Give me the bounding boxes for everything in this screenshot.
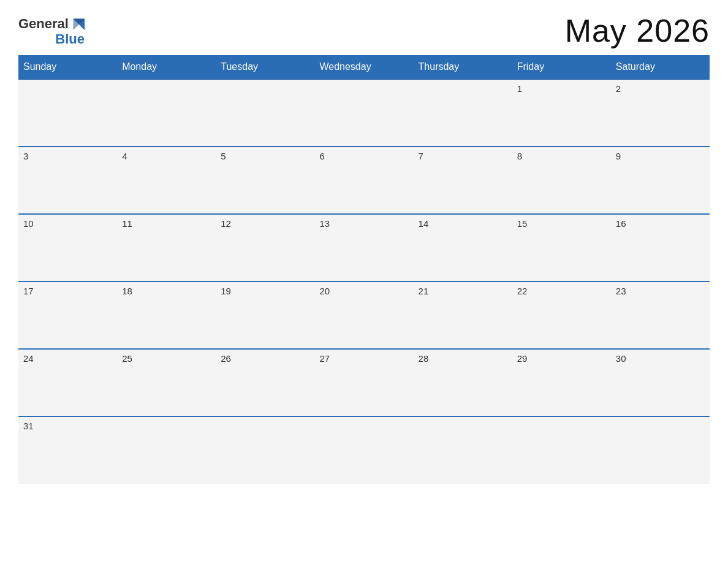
- day-number: 12: [221, 218, 231, 229]
- day-number: 29: [517, 353, 528, 364]
- calendar-day-1: 1: [512, 79, 611, 147]
- calendar-day-25: 25: [117, 349, 216, 416]
- calendar-day-13: 13: [314, 214, 413, 282]
- calendar-day-empty: [18, 79, 117, 147]
- day-number: 1: [517, 83, 522, 94]
- calendar-day-17: 17: [18, 282, 117, 349]
- calendar-day-3: 3: [18, 147, 117, 214]
- weekday-header-sunday: Sunday: [18, 55, 117, 79]
- day-number: 20: [319, 286, 330, 296]
- weekday-header-row: SundayMondayTuesdayWednesdayThursdayFrid…: [18, 55, 710, 79]
- day-number: 16: [616, 218, 626, 229]
- weekday-header-saturday: Saturday: [611, 55, 710, 79]
- day-number: 23: [616, 286, 626, 296]
- day-number: 31: [23, 421, 34, 431]
- weekday-header-thursday: Thursday: [414, 55, 512, 79]
- day-number: 27: [319, 353, 330, 364]
- page-header: General Blue May 2026: [18, 12, 710, 49]
- calendar-week-row: 10111213141516: [18, 214, 710, 282]
- day-number: 7: [419, 151, 423, 161]
- calendar-day-31: 31: [18, 416, 117, 484]
- calendar-day-4: 4: [117, 147, 216, 214]
- calendar-week-row: 31: [18, 416, 710, 484]
- calendar-day-8: 8: [512, 147, 611, 214]
- calendar-day-empty: [314, 416, 413, 484]
- calendar-day-27: 27: [314, 349, 413, 416]
- calendar-day-10: 10: [18, 214, 117, 282]
- calendar-day-20: 20: [314, 282, 413, 349]
- calendar-body: 1234567891011121314151617181920212223242…: [18, 79, 710, 484]
- calendar-day-21: 21: [414, 282, 512, 349]
- weekday-header-tuesday: Tuesday: [216, 55, 314, 79]
- day-number: 14: [419, 218, 429, 229]
- calendar-week-row: 3456789: [18, 147, 710, 214]
- calendar-day-empty: [512, 416, 611, 484]
- day-number: 9: [616, 151, 621, 161]
- calendar-day-2: 2: [611, 79, 710, 147]
- day-number: 24: [23, 353, 34, 364]
- calendar-day-19: 19: [216, 282, 314, 349]
- day-number: 19: [221, 286, 231, 296]
- calendar-day-16: 16: [611, 214, 710, 282]
- calendar-day-5: 5: [216, 147, 314, 214]
- logo-general-text: General: [18, 17, 69, 31]
- calendar-day-empty: [414, 79, 512, 147]
- calendar-week-row: 17181920212223: [18, 282, 710, 349]
- day-number: 22: [517, 286, 528, 296]
- calendar-day-11: 11: [117, 214, 216, 282]
- day-number: 6: [319, 151, 324, 161]
- calendar-day-24: 24: [18, 349, 117, 416]
- calendar-day-26: 26: [216, 349, 314, 416]
- day-number: 11: [122, 218, 132, 229]
- calendar-day-18: 18: [117, 282, 216, 349]
- logo-blue-text: Blue: [55, 33, 85, 46]
- calendar-day-7: 7: [414, 147, 512, 214]
- calendar-header: SundayMondayTuesdayWednesdayThursdayFrid…: [18, 55, 710, 79]
- day-number: 4: [122, 151, 127, 161]
- calendar-day-9: 9: [611, 147, 710, 214]
- day-number: 8: [517, 151, 522, 161]
- calendar-day-empty: [216, 416, 314, 484]
- day-number: 5: [221, 151, 226, 161]
- day-number: 21: [419, 286, 429, 296]
- month-title: May 2026: [565, 12, 710, 49]
- calendar-day-22: 22: [512, 282, 611, 349]
- calendar-day-6: 6: [314, 147, 413, 214]
- calendar-day-empty: [414, 416, 512, 484]
- calendar-week-row: 12: [18, 79, 710, 147]
- day-number: 17: [23, 286, 34, 296]
- calendar-day-30: 30: [611, 349, 710, 416]
- calendar-week-row: 24252627282930: [18, 349, 710, 416]
- day-number: 28: [419, 353, 429, 364]
- day-number: 18: [122, 286, 132, 296]
- calendar-day-empty: [117, 416, 216, 484]
- day-number: 13: [319, 218, 330, 229]
- day-number: 30: [616, 353, 626, 364]
- weekday-header-wednesday: Wednesday: [314, 55, 413, 79]
- calendar-day-empty: [216, 79, 314, 147]
- calendar-day-23: 23: [611, 282, 710, 349]
- day-number: 3: [23, 151, 28, 161]
- calendar-day-15: 15: [512, 214, 611, 282]
- day-number: 10: [23, 218, 34, 229]
- calendar-day-12: 12: [216, 214, 314, 282]
- day-number: 25: [122, 353, 132, 364]
- weekday-header-monday: Monday: [117, 55, 216, 79]
- calendar-day-14: 14: [414, 214, 512, 282]
- calendar-day-28: 28: [414, 349, 512, 416]
- logo: General Blue: [18, 15, 86, 46]
- weekday-header-friday: Friday: [512, 55, 611, 79]
- calendar-day-29: 29: [512, 349, 611, 416]
- day-number: 26: [221, 353, 231, 364]
- calendar-day-empty: [611, 416, 710, 484]
- day-number: 15: [517, 218, 528, 229]
- day-number: 2: [616, 83, 621, 94]
- calendar-table: SundayMondayTuesdayWednesdayThursdayFrid…: [18, 55, 710, 484]
- calendar-day-empty: [314, 79, 413, 147]
- calendar-day-empty: [117, 79, 216, 147]
- logo-icon: [69, 15, 86, 33]
